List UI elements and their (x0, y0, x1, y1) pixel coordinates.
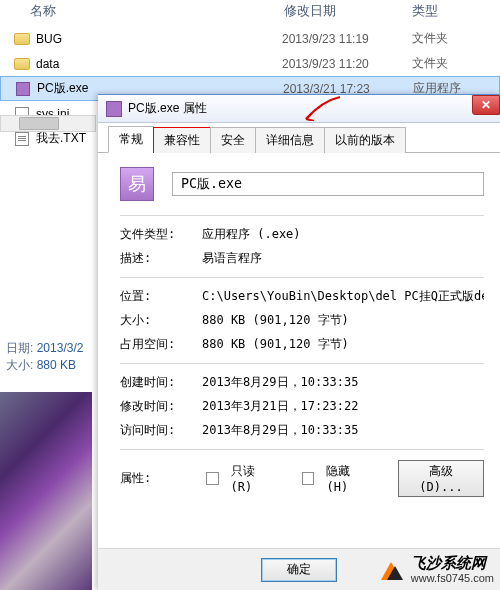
folder-icon (14, 31, 30, 47)
separator (120, 215, 484, 216)
tab-1[interactable]: 兼容性 (153, 127, 211, 153)
background-photo (0, 392, 92, 590)
file-date: 2013/9/23 11:20 (282, 57, 412, 71)
annotation-arrow (298, 91, 348, 121)
folder-icon (14, 56, 30, 72)
desc-label: 描述: (120, 250, 202, 267)
dialog-titlebar[interactable]: PC版.exe 属性 ✕ (98, 95, 500, 123)
watermark-url: www.fs0745.com (411, 572, 494, 584)
dialog-body: 易 文件类型:应用程序 (.exe) 描述:易语言程序 位置:C:\Users\… (98, 153, 500, 507)
desc-value: 易语言程序 (202, 250, 484, 267)
accessed-value: 2013年8月29日，10:33:35 (202, 422, 484, 439)
exe-icon (15, 81, 31, 97)
watermark-name: 飞沙系统网 (411, 555, 494, 572)
separator (120, 363, 484, 364)
status-detail-pane: 日期: 2013/3/2 大小: 880 KB (0, 336, 89, 378)
tab-4[interactable]: 以前的版本 (324, 127, 406, 153)
file-row[interactable]: data2013/9/23 11:20文件夹 (0, 51, 500, 76)
horizontal-scrollbar[interactable] (0, 115, 96, 132)
detail-size-label: 大小: (6, 358, 33, 372)
readonly-label: 只读(R) (231, 463, 274, 494)
location-label: 位置: (120, 288, 202, 305)
watermark-logo-icon (377, 556, 405, 584)
dialog-tabs: 常规兼容性安全详细信息以前的版本 (98, 123, 500, 153)
disk-label: 占用空间: (120, 336, 202, 353)
file-row[interactable]: BUG2013/9/23 11:19文件夹 (0, 26, 500, 51)
col-header-date[interactable]: 修改日期 (284, 2, 411, 20)
close-button[interactable]: ✕ (472, 95, 500, 115)
file-name: BUG (36, 32, 282, 46)
advanced-button[interactable]: 高级(D)... (398, 460, 484, 497)
hidden-label: 隐藏(H) (326, 463, 369, 494)
dialog-title: PC版.exe 属性 (128, 100, 207, 117)
readonly-checkbox[interactable] (206, 472, 218, 485)
accessed-label: 访问时间: (120, 422, 202, 439)
properties-dialog: PC版.exe 属性 ✕ 常规兼容性安全详细信息以前的版本 易 文件类型:应用程… (98, 94, 500, 590)
filetype-label: 文件类型: (120, 226, 202, 243)
location-value: C:\Users\YouBin\Desktop\del PC挂Q正式版del (202, 288, 484, 305)
file-name: data (36, 57, 282, 71)
ok-button[interactable]: 确定 (261, 558, 337, 582)
col-header-type[interactable]: 类型 (412, 2, 490, 20)
file-type: 文件夹 (412, 30, 448, 47)
tab-2[interactable]: 安全 (210, 127, 256, 153)
detail-date-value: 2013/3/2 (37, 341, 84, 355)
separator (120, 449, 484, 450)
detail-date-label: 日期: (6, 341, 33, 355)
disk-value: 880 KB (901,120 字节) (202, 336, 484, 353)
size-value: 880 KB (901,120 字节) (202, 312, 484, 329)
col-header-name[interactable]: 名称 (30, 2, 284, 20)
explorer-column-headers: 名称 修改日期 类型 (0, 0, 500, 26)
filetype-value: 应用程序 (.exe) (202, 226, 484, 243)
file-date: 2013/9/23 11:19 (282, 32, 412, 46)
file-type: 文件夹 (412, 55, 448, 72)
modified-label: 修改时间: (120, 398, 202, 415)
created-value: 2013年8月29日，10:33:35 (202, 374, 484, 391)
scrollbar-thumb[interactable] (19, 117, 59, 130)
tab-3[interactable]: 详细信息 (255, 127, 325, 153)
detail-size-value: 880 KB (37, 358, 76, 372)
created-label: 创建时间: (120, 374, 202, 391)
txt-icon (14, 131, 30, 147)
dialog-app-icon (106, 101, 122, 117)
size-label: 大小: (120, 312, 202, 329)
separator (120, 277, 484, 278)
hidden-checkbox[interactable] (302, 472, 314, 485)
tab-0[interactable]: 常规 (108, 126, 154, 153)
attributes-label: 属性: (120, 470, 198, 487)
app-icon: 易 (120, 167, 154, 201)
filename-input[interactable] (172, 172, 484, 196)
modified-value: 2013年3月21日，17:23:22 (202, 398, 484, 415)
watermark: 飞沙系统网 www.fs0745.com (377, 555, 494, 584)
